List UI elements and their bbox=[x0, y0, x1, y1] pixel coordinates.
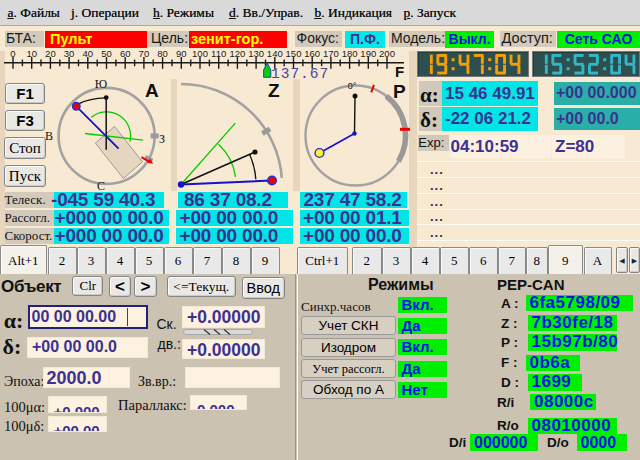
svg-text:0°: 0° bbox=[348, 81, 357, 91]
svg-text:160: 160 bbox=[304, 48, 320, 59]
svg-text:130: 130 bbox=[248, 48, 264, 59]
svg-text:40: 40 bbox=[83, 48, 94, 59]
svg-text:180: 180 bbox=[342, 48, 358, 59]
svg-text:110: 110 bbox=[211, 48, 226, 59]
svg-text:В: В bbox=[45, 129, 53, 143]
svg-text:80: 80 bbox=[157, 48, 168, 59]
svg-text:Ю: Ю bbox=[95, 77, 107, 91]
svg-text:F: F bbox=[395, 63, 404, 80]
svg-text:A: A bbox=[145, 80, 159, 101]
svg-text:70: 70 bbox=[139, 48, 150, 59]
svg-text:20: 20 bbox=[45, 48, 56, 59]
svg-text:140: 140 bbox=[267, 48, 283, 59]
svg-text:150: 150 bbox=[286, 48, 302, 59]
svg-text:190: 190 bbox=[360, 48, 376, 59]
svg-text:100: 100 bbox=[192, 48, 208, 59]
svg-text:30: 30 bbox=[64, 48, 75, 59]
svg-text:137.67: 137.67 bbox=[271, 66, 329, 82]
svg-text:З: З bbox=[159, 132, 165, 146]
svg-text:200: 200 bbox=[379, 48, 395, 59]
svg-text:P: P bbox=[393, 81, 406, 102]
svg-text:170: 170 bbox=[323, 48, 339, 59]
svg-text:50: 50 bbox=[101, 48, 112, 59]
svg-text:120: 120 bbox=[229, 48, 245, 59]
svg-text:Z: Z bbox=[268, 80, 280, 101]
svg-text:0: 0 bbox=[10, 48, 15, 59]
svg-text:10: 10 bbox=[26, 48, 37, 59]
svg-text:60: 60 bbox=[120, 48, 131, 59]
svg-text:90: 90 bbox=[176, 48, 187, 59]
